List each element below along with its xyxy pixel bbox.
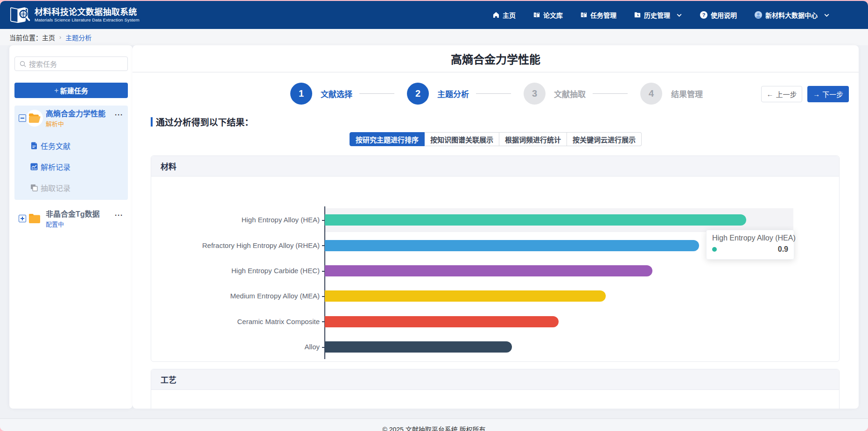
- svg-text:?: ?: [702, 12, 706, 18]
